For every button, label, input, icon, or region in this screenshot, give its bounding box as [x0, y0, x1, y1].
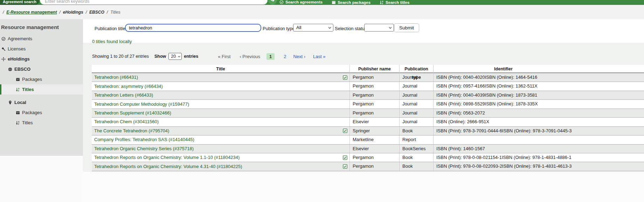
svg-text:A: A — [18, 88, 19, 90]
show-label: Show — [154, 54, 166, 59]
identifier-cell: ISBN (Print): 0957-4166ISBN (Online): 13… — [433, 82, 644, 90]
topbar-link-label: Search agreements — [285, 0, 323, 4]
page: { "colors": { "topbar_green": "#3c8b40",… — [0, 0, 644, 202]
sidebar-item-agreements[interactable]: Agreements — [0, 34, 83, 44]
agreement-search-scope-button[interactable]: Agreement search — [0, 0, 39, 5]
content-background — [83, 172, 644, 202]
publication-type-cell: Journal — [399, 100, 433, 108]
table-row: Tetrahedron Reports on Organic Chemistry… — [92, 153, 644, 162]
sidebar-item-titles[interactable]: AZTitles — [0, 118, 83, 128]
selected-checkbox[interactable] — [343, 155, 347, 160]
page-size-select[interactable]: 20 — [168, 53, 182, 60]
table-row: Tetrahedron Letters (#66433)PergamonJour… — [92, 91, 644, 100]
selected-checkbox[interactable] — [343, 164, 347, 169]
breadcrumb-item-e-resource-management[interactable]: E-Resource management — [6, 10, 57, 15]
breadcrumb-item-ebsco[interactable]: EBSCO — [89, 10, 104, 15]
sidebar-item-label: Packages — [22, 110, 42, 115]
title-link[interactable]: Tetrahedron: asymmetry (#66434) — [94, 82, 163, 91]
breadcrumb-item-titles: Titles — [110, 10, 120, 15]
pagination-page-1[interactable]: 1 — [266, 53, 275, 60]
table-row: Tetrahedron Organic Chemistry Series (#3… — [92, 145, 644, 153]
pagination-first[interactable]: « First — [218, 54, 230, 59]
identifier-cell: ISBN (Print): 0563-2072 — [433, 109, 644, 117]
title-link[interactable]: Tetrahedron Supplement (#14032466) — [94, 109, 171, 117]
titles-table: TitlePublisher namePublication typeIdent… — [92, 65, 644, 171]
breadcrumb-separator: / — [59, 10, 60, 15]
publication-type-cell: Journal — [399, 82, 433, 90]
title-link[interactable]: Tetrahedron Chem (#30411560) — [94, 118, 159, 126]
chevron-down-icon — [178, 55, 181, 58]
sidebar-item-titles[interactable]: AZTitles — [0, 84, 83, 95]
publication-title-input[interactable] — [125, 24, 261, 32]
chevron-down-icon — [328, 26, 332, 30]
submit-button[interactable]: Submit — [394, 23, 419, 32]
topbar-link-search-titles[interactable]: AZSearch titles — [380, 0, 409, 5]
publication-type-select[interactable]: All — [293, 24, 333, 32]
topbar-link-search-packages[interactable]: Search packages — [332, 0, 371, 5]
title-link[interactable]: Company Profiles: Tetrahedron SAS (#1414… — [94, 135, 194, 144]
sidebar-item-label: EBSCO — [14, 67, 30, 72]
publication-type-cell: Book — [399, 127, 433, 135]
pagination-page-2[interactable]: 2 — [281, 53, 289, 60]
publisher-cell: Pergamon — [349, 153, 399, 162]
pagination-previous[interactable]: ‹ Previous — [240, 54, 260, 59]
publisher-cell: Elsevier — [349, 118, 399, 126]
title-link[interactable]: Tetrahedron Letters (#66433) — [94, 91, 153, 99]
publisher-cell: Pergamon — [349, 100, 399, 108]
keyword-search-input[interactable] — [40, 0, 268, 5]
svg-text:Z: Z — [18, 123, 19, 125]
identifier-cell: ISBN (Online): 2666-951X — [433, 118, 644, 126]
sidebar-item-licenses[interactable]: Licenses — [0, 44, 83, 54]
pagination-next[interactable]: Next › — [293, 54, 305, 59]
search-submit-button[interactable] — [268, 0, 277, 5]
sidebar-item-label: Titles — [22, 87, 34, 92]
title-link[interactable]: Tetrahedron Reports on Organic Chemistry… — [94, 162, 242, 171]
title-link[interactable]: Tetrahedron (#66431) — [94, 73, 138, 82]
selected-checkbox[interactable] — [343, 75, 347, 80]
topbar-link-label: Search titles — [386, 0, 409, 5]
svg-text:A: A — [382, 0, 383, 2]
sidebar-item-label: Agreements — [8, 36, 32, 41]
package-icon — [16, 77, 20, 82]
sidebar-item-local[interactable]: Local — [0, 97, 83, 107]
sidebar-item-label: eHoldings — [8, 56, 30, 62]
table-row: Tetrahedron: asymmetry (#66434)PergamonJ… — [92, 82, 644, 91]
title-link[interactable]: Tetrahedron Reports on Organic Chemistry… — [94, 153, 240, 162]
package-icon — [332, 0, 336, 5]
sidebar-item-packages[interactable]: Packages — [0, 74, 83, 84]
publication-type-cell: Journal — [399, 91, 433, 99]
identifier-cell: ISBN (Print): 978-3-7091-0444-6ISBN (Onl… — [433, 127, 644, 135]
title-cell: Tetrahedron Letters (#66433) — [92, 91, 349, 99]
breadcrumb-separator: / — [86, 10, 87, 15]
title-link[interactable]: Tetrahedron Organic Chemistry Series (#3… — [94, 145, 194, 153]
sort-az-icon: AZ — [380, 0, 384, 5]
breadcrumb-item-eholdings[interactable]: eHoldings — [63, 10, 83, 15]
publisher-cell: Pergamon — [349, 73, 399, 82]
table-body: Tetrahedron (#66431)PergamonJournalISBN … — [92, 73, 644, 171]
publisher-cell: Marketline — [349, 135, 399, 144]
title-cell: Tetrahedron Organic Chemistry Series (#3… — [92, 145, 349, 153]
publisher-cell: Elsevier — [349, 145, 399, 153]
sidebar-item-ebsco[interactable]: EBSCO — [0, 64, 83, 74]
top-search-bar: Agreement search Search agreementsSearch… — [0, 0, 644, 5]
selection-status-label: Selection status: — [335, 26, 368, 31]
publication-type-cell: Report — [399, 135, 433, 144]
title-cell: Tetrahedron Reports on Organic Chemistry… — [92, 162, 349, 170]
title-cell: Tetrahedron Computer Methodology (#15947… — [92, 100, 349, 108]
breadcrumb-separator: / — [3, 10, 4, 15]
pagination-last[interactable]: Last » — [313, 54, 325, 59]
title-cell: Tetrahedron Reports on Organic Chemistry… — [92, 153, 349, 162]
selection-status-select[interactable] — [364, 24, 394, 32]
title-link[interactable]: Tetrahedron Computer Methodology (#15947… — [94, 100, 189, 109]
selected-checkbox[interactable] — [343, 128, 347, 133]
publication-type-cell: Book — [399, 162, 433, 170]
arrows-icon — [1, 57, 6, 61]
svg-text:Z: Z — [18, 90, 19, 92]
publisher-cell: Pergamon — [349, 162, 399, 170]
title-cell: Tetrahedron (#66431) — [92, 73, 349, 82]
svg-text:Z: Z — [382, 2, 383, 5]
sidebar-item-packages[interactable]: Packages — [0, 107, 83, 118]
sidebar-item-eholdings[interactable]: eHoldings — [0, 54, 83, 64]
title-link[interactable]: The Concrete Tetrahedron (#795704) — [94, 127, 169, 135]
topbar-link-search-agreements[interactable]: Search agreements — [279, 0, 323, 5]
